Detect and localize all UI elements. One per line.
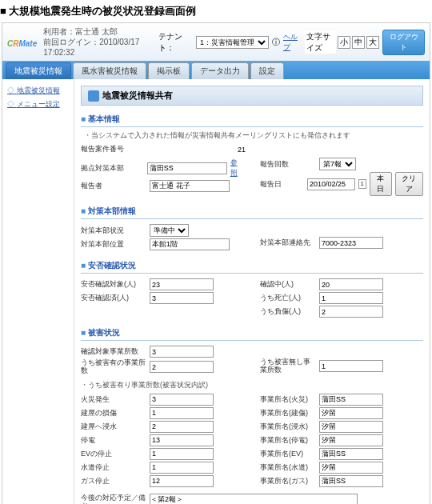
ev-office-input[interactable] — [319, 448, 383, 460]
hq-contact-label: 対策本部連絡先 — [260, 238, 316, 248]
fontsize-control: 文字サイズ 小 中 大 — [305, 31, 379, 54]
tab-settings[interactable]: 設定 — [250, 62, 284, 79]
flood-label: 建屋へ浸水 — [81, 422, 146, 432]
power-office-input[interactable] — [319, 434, 383, 446]
tenant-label: テナント： — [158, 31, 193, 54]
section-damage: 被害状況 確認対象事業所数 うち被害有の事業所数 うち被害無し事業所数 ・うち被… — [81, 326, 423, 504]
hq-loc-label: 対策本部位置 — [81, 239, 146, 250]
power-office-label: 事業所名(停電) — [260, 435, 316, 446]
flood-input[interactable] — [150, 421, 214, 433]
tab-storm[interactable]: 風水害被災情報 — [73, 62, 146, 79]
clear-button[interactable]: クリア — [395, 172, 423, 196]
section-safety: 安否確認状況 安否確認対象(人) 安否確認済(人) 確認中(人) うち死亡(人)… — [81, 258, 423, 319]
calendar-icon[interactable]: 1 — [358, 179, 366, 189]
gas-input[interactable] — [150, 475, 214, 487]
tab-export[interactable]: データ出力 — [191, 62, 249, 79]
section-basic: 基本情報 ・当システムで入力された情報が災害情報共有メーリングリストにも発信され… — [81, 112, 423, 198]
fire-office-input[interactable] — [319, 394, 383, 406]
fontsize-mid[interactable]: 中 — [352, 36, 365, 49]
water-label: 水道停止 — [81, 462, 146, 473]
hq-head: 対策本部情報 — [81, 204, 423, 219]
no-damage-office-label: うち被害無し事業所数 — [260, 358, 316, 374]
hq-status-label: 対策本部状況 — [81, 226, 146, 236]
header-user-info: 利用者：富士通 太郎 前回ログイン：2010/03/17 17:02:32 — [43, 26, 158, 58]
ev-input[interactable] — [150, 448, 214, 460]
no-damage-office-input[interactable] — [319, 360, 383, 372]
sidebar-earthquake[interactable]: 地震被災情報 — [7, 84, 69, 98]
safety-confirming-input[interactable] — [319, 278, 383, 290]
safety-done-label: 安否確認済(人) — [81, 293, 146, 303]
fire-label: 火災発生 — [81, 394, 146, 405]
safety-head: 安否確認状況 — [81, 258, 423, 274]
help-link[interactable]: ヘルプ — [283, 32, 302, 53]
damage-sub-head: ・うち被害有り事業所数(被害状況内訳) — [81, 380, 423, 390]
logo: CRMate — [7, 35, 37, 50]
page-heading: 大規模地震発生時の被災状況登録画面例 — [0, 0, 432, 22]
tab-board[interactable]: 掲示板 — [148, 62, 190, 79]
ev-label: EVの停止 — [81, 449, 146, 459]
target-office-input[interactable] — [150, 346, 214, 358]
fontsize-small[interactable]: 小 — [338, 36, 350, 49]
safety-dead-label: うち死亡(人) — [260, 293, 316, 303]
app-frame: CRMate 利用者：富士通 太郎 前回ログイン：2010/03/17 17:0… — [2, 22, 430, 504]
section-hq: 対策本部情報 対策本部状況 準備中 対策本部位置 — [81, 204, 423, 252]
basic-head: 基本情報 — [81, 112, 423, 127]
case-no-value: 21 — [150, 146, 246, 154]
power-input[interactable] — [150, 434, 214, 446]
bdmg-label: 建屋の損傷 — [81, 408, 146, 418]
bdmg-input[interactable] — [150, 407, 214, 419]
fire-office-label: 事業所名(火災) — [260, 394, 316, 405]
reporter-label: 報告者 — [81, 181, 146, 191]
ref-link[interactable]: 参照 — [230, 158, 244, 178]
bdmg-office-label: 事業所名(建傷) — [260, 408, 316, 418]
basic-note: ・当システムで入力された情報が災害情報共有メーリングリストにも発信されます — [81, 130, 423, 141]
target-office-label: 確認対象事業所数 — [81, 346, 146, 357]
safety-target-input[interactable] — [150, 278, 214, 290]
sidebar-menu-settings[interactable]: メニュー設定 — [7, 98, 69, 111]
ev-office-label: 事業所名(EV) — [260, 449, 316, 459]
tenant-select[interactable]: 1：災害情報管理 — [196, 36, 269, 49]
base-hq-input[interactable] — [147, 162, 227, 174]
hq-status-select[interactable]: 準備中 — [150, 224, 189, 237]
today-button[interactable]: 本日 — [370, 172, 392, 196]
report-count-label: 報告回数 — [260, 159, 316, 170]
help-icon: ⓘ — [272, 37, 280, 48]
hq-contact-input[interactable] — [319, 237, 383, 249]
water-input[interactable] — [150, 462, 214, 474]
report-date-input[interactable] — [307, 178, 355, 190]
panel-title: 地震被災情報共有 — [81, 86, 423, 106]
water-office-label: 事業所名(水道) — [260, 462, 316, 473]
remarks-label: 今後の対応予定／備考 — [81, 494, 146, 504]
base-hq-label: 拠点対策本部 — [81, 163, 144, 174]
report-date-label: 報告日 — [260, 179, 304, 190]
reporter-input[interactable] — [150, 180, 230, 192]
sidebar: 地震被災情報 メニュー設定 — [2, 79, 74, 504]
bdmg-office-input[interactable] — [319, 407, 383, 419]
gas-office-input[interactable] — [319, 475, 383, 487]
fire-input[interactable] — [150, 394, 214, 406]
report-count-select[interactable]: 第7報 — [319, 158, 356, 170]
tab-earthquake[interactable]: 地震被災情報 — [6, 62, 71, 79]
water-office-input[interactable] — [319, 462, 383, 474]
safety-injured-input[interactable] — [319, 306, 383, 318]
power-label: 停電 — [81, 435, 146, 446]
safety-confirming-label: 確認中(人) — [260, 279, 316, 290]
header: CRMate 利用者：富士通 太郎 前回ログイン：2010/03/17 17:0… — [2, 23, 430, 61]
flood-office-input[interactable] — [319, 421, 383, 433]
damaged-office-label: うち被害有の事業所数 — [81, 359, 146, 375]
hq-loc-input[interactable] — [150, 238, 230, 250]
flood-office-label: 事業所名(浸水) — [260, 422, 316, 432]
main: 地震被災情報 メニュー設定 地震被災情報共有 基本情報 ・当システムで入力された… — [2, 79, 430, 504]
remarks-textarea[interactable] — [150, 494, 358, 504]
damaged-office-input[interactable] — [150, 361, 214, 373]
logout-button[interactable]: ログアウト — [382, 30, 425, 55]
gas-office-label: 事業所名(ガス) — [260, 476, 316, 486]
tab-bar: 地震被災情報 風水害被災情報 掲示板 データ出力 設定 — [2, 61, 430, 79]
safety-dead-input[interactable] — [319, 292, 383, 304]
gas-label: ガス停止 — [81, 476, 146, 486]
safety-target-label: 安否確認対象(人) — [81, 279, 146, 290]
content: 地震被災情報共有 基本情報 ・当システムで入力された情報が災害情報共有メーリング… — [74, 79, 430, 504]
safety-done-input[interactable] — [150, 292, 214, 304]
fontsize-large[interactable]: 大 — [366, 36, 379, 49]
safety-injured-label: うち負傷(人) — [260, 306, 316, 317]
